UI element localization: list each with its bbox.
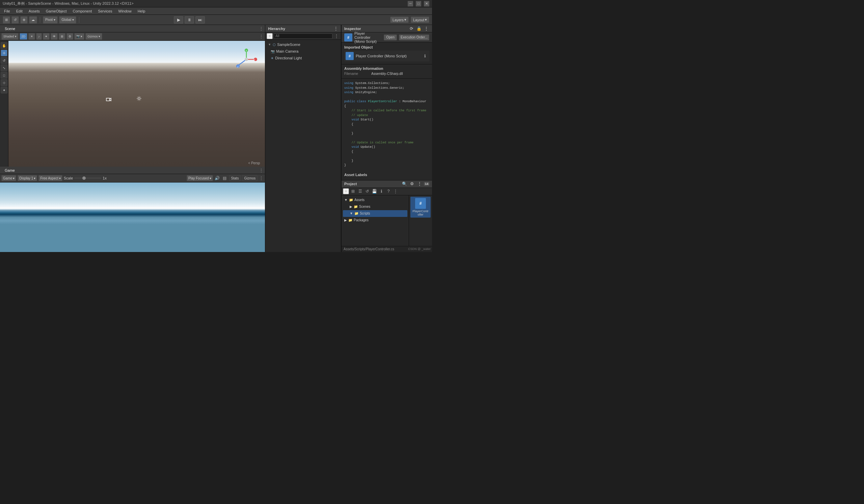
menu-window[interactable]: Window bbox=[116, 9, 134, 14]
menu-help[interactable]: Help bbox=[135, 9, 148, 14]
step-button[interactable]: ⏭ bbox=[195, 16, 205, 24]
project-tree-packages[interactable]: ▶ 📁 Packages bbox=[343, 217, 407, 224]
assembly-info-title: Assembly Information bbox=[344, 66, 429, 71]
game-dropdown[interactable]: Game ▾ bbox=[1, 175, 16, 181]
toolbar-icon-btn-1[interactable]: ⊞ bbox=[3, 16, 10, 24]
scene-menu-dots[interactable]: ⋮ bbox=[259, 26, 264, 32]
layers-dropdown[interactable]: Layers ▾ bbox=[390, 16, 409, 23]
menu-gameobject[interactable]: GameObject bbox=[43, 9, 70, 14]
maximize-button[interactable]: □ bbox=[416, 1, 421, 7]
shaded-button[interactable]: Shaded ▾ bbox=[1, 33, 19, 40]
project-help-btn[interactable]: ? bbox=[385, 188, 392, 194]
toolbar-icon-btn-2[interactable]: ↺ bbox=[11, 16, 19, 24]
scale-slider[interactable] bbox=[74, 177, 101, 179]
scene-with-tools: ✋ ✛ ↺ ⤡ □ ⊹ ✦ bbox=[0, 41, 265, 167]
hierarchy-item-samplescene[interactable]: ▼ ⬡ SampleScene bbox=[265, 41, 341, 48]
menu-file[interactable]: File bbox=[1, 9, 13, 14]
window-controls[interactable]: ─ □ ✕ bbox=[408, 1, 429, 7]
hierarchy-item-maincamera[interactable]: 📷 Main Camera bbox=[265, 48, 341, 55]
play-button[interactable]: ▶ bbox=[174, 16, 183, 24]
persp-label: < Persp bbox=[248, 161, 260, 165]
project-file-playercontroller[interactable]: # PlayerController bbox=[410, 197, 431, 218]
project-filter-btn[interactable]: ☰ bbox=[357, 188, 363, 194]
project-info-btn[interactable]: ℹ bbox=[378, 188, 384, 194]
menu-component[interactable]: Component bbox=[70, 9, 95, 14]
project-tree-scenes[interactable]: ▶ 📁 Scenes bbox=[343, 204, 407, 210]
stats-icon-button[interactable]: ▤ bbox=[222, 175, 228, 181]
scale-thumb[interactable] bbox=[82, 176, 86, 180]
play-focused-dropdown[interactable]: Play Focused ▾ bbox=[187, 175, 213, 181]
close-button[interactable]: ✕ bbox=[424, 1, 429, 7]
imported-object-row: # Player Controller (Mono Script) ℹ bbox=[344, 51, 429, 61]
project-tree-assets[interactable]: ▼ 📁 Assets bbox=[343, 197, 407, 204]
project-search-btn[interactable]: 🔍 bbox=[401, 181, 408, 187]
execution-order-button[interactable]: Execution Order... bbox=[399, 34, 429, 40]
csdn-watermark: CSDN @ _water bbox=[408, 247, 431, 251]
hand-tool[interactable]: ✋ bbox=[1, 42, 8, 49]
scene-tab[interactable]: Scene bbox=[1, 26, 19, 32]
hierarchy-add-btn[interactable]: + bbox=[267, 33, 273, 39]
project-settings-btn[interactable]: ⚙ bbox=[409, 181, 415, 187]
global-button[interactable]: Global ▾ bbox=[59, 16, 76, 24]
aspect-dropdown[interactable]: Free Aspect ▾ bbox=[38, 175, 62, 181]
main-toolbar: ⊞ ↺ ⊕ ☁ Pivot ▾ Global ▾ ▶ ⏸ ⏭ Layers ▾ … bbox=[0, 15, 432, 25]
toolbar-icon-btn-4[interactable]: ☁ bbox=[29, 16, 37, 24]
game-view: Game ⋮ Game ▾ Display 1 ▾ Free Aspect ▾ … bbox=[0, 167, 265, 252]
project-save-btn[interactable]: 💾 bbox=[371, 188, 377, 194]
scene-tab-bar: Scene ⋮ bbox=[0, 25, 265, 33]
mute-button[interactable]: 🔊 bbox=[214, 175, 220, 181]
transform-tool[interactable]: ⊹ bbox=[1, 79, 8, 86]
svg-point-2 bbox=[138, 98, 140, 99]
open-script-button[interactable]: Open bbox=[384, 34, 397, 40]
scale-tool[interactable]: ⤡ bbox=[1, 64, 8, 71]
imported-info-btn[interactable]: ℹ bbox=[422, 53, 428, 59]
hierarchy-settings-btn[interactable]: ⋮ bbox=[334, 33, 339, 39]
scene-light-btn[interactable]: ☀ bbox=[28, 33, 35, 40]
minimize-button[interactable]: ─ bbox=[408, 1, 413, 7]
2d-button[interactable]: 2D bbox=[20, 33, 28, 40]
project-badge: 14 bbox=[424, 182, 429, 186]
inspector-lock-btn[interactable]: 🔒 bbox=[416, 26, 422, 32]
right-side: Inspector ⟳ 🔒 ⋮ # Player Controller (Mon… bbox=[341, 25, 432, 252]
scene-audio-btn[interactable]: ♪ bbox=[36, 33, 42, 40]
inspector-dots-btn[interactable]: ⋮ bbox=[423, 26, 429, 32]
inspector-history-btn[interactable]: ⟳ bbox=[408, 26, 415, 32]
project-dots-btn[interactable]: ⋮ bbox=[417, 181, 422, 187]
pivot-button[interactable]: Pivot ▾ bbox=[43, 16, 58, 24]
rotate-tool[interactable]: ↺ bbox=[1, 57, 8, 64]
layout-dropdown[interactable]: Layout ▾ bbox=[411, 16, 429, 23]
project-view-btn[interactable]: ⊞ bbox=[350, 188, 356, 194]
pause-button[interactable]: ⏸ bbox=[184, 16, 194, 24]
hierarchy-search[interactable] bbox=[274, 33, 333, 39]
project-tree-scripts[interactable]: ▼ 📁 Scripts bbox=[343, 210, 407, 217]
menu-services[interactable]: Services bbox=[95, 9, 115, 14]
scene-gizmo[interactable]: X Y Z bbox=[235, 48, 258, 71]
camera-btn[interactable]: 📷 ▾ bbox=[74, 33, 85, 40]
hierarchy-label-directionallight: Directional Light bbox=[275, 56, 302, 60]
rect-tool[interactable]: □ bbox=[1, 72, 8, 78]
scale-value: 1x bbox=[103, 176, 107, 180]
title-bar: Unity01_单例 - SampleScene - Windows, Mac,… bbox=[0, 0, 432, 8]
menu-edit[interactable]: Edit bbox=[13, 9, 25, 14]
project-add-btn[interactable]: + bbox=[343, 188, 349, 194]
game-toolbar-dots[interactable]: ⋮ bbox=[259, 175, 264, 181]
game-tab[interactable]: Game bbox=[1, 168, 18, 173]
display-dropdown[interactable]: Display 1 ▾ bbox=[17, 175, 37, 181]
scene-extra-btn[interactable]: ⚙ bbox=[67, 33, 73, 40]
gizmos-scene-btn[interactable]: Gizmos ▾ bbox=[85, 33, 102, 40]
menu-assets[interactable]: Assets bbox=[26, 9, 43, 14]
project-extra-btn[interactable]: ⋮ bbox=[393, 188, 399, 194]
scene-hidden-btn[interactable]: 👁 bbox=[51, 33, 58, 40]
custom-tool[interactable]: ✦ bbox=[1, 87, 8, 94]
scene-grid-btn[interactable]: ⊞ bbox=[59, 33, 65, 40]
hierarchy-menu-dots[interactable]: ⋮ bbox=[334, 26, 338, 32]
gizmos-game-button[interactable]: Gizmos bbox=[242, 175, 257, 181]
scene-fx-btn[interactable]: ✦ bbox=[43, 33, 50, 40]
scene-toolbar-dots[interactable]: ⋮ bbox=[259, 34, 264, 39]
move-tool[interactable]: ✛ bbox=[1, 50, 8, 56]
hierarchy-item-directionallight[interactable]: ☀ Directional Light bbox=[265, 55, 341, 61]
project-refresh-btn[interactable]: ↺ bbox=[364, 188, 370, 194]
stats-button[interactable]: Stats bbox=[229, 175, 241, 181]
game-menu-dots[interactable]: ⋮ bbox=[259, 168, 264, 173]
toolbar-icon-btn-3[interactable]: ⊕ bbox=[20, 16, 28, 24]
